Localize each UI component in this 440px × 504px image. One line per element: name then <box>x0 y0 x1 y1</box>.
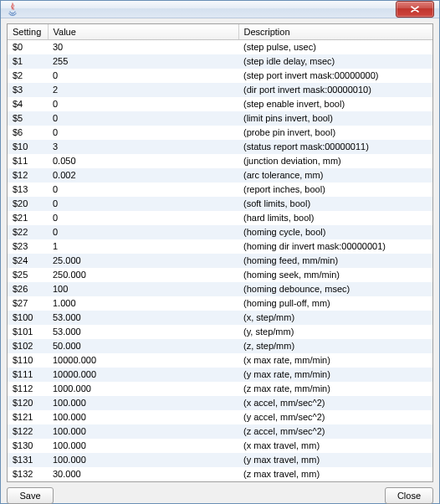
cell-setting[interactable]: $2 <box>8 69 48 83</box>
table-row[interactable]: $10153.000(y, step/mm) <box>8 325 432 339</box>
table-row[interactable]: $122100.000(z accel, mm/sec^2) <box>8 424 432 439</box>
cell-setting[interactable]: $100 <box>8 311 48 325</box>
cell-value[interactable]: 1 <box>48 239 238 254</box>
cell-setting[interactable]: $0 <box>8 40 48 54</box>
cell-description[interactable]: (homing cycle, bool) <box>238 225 432 239</box>
cell-description[interactable]: (step pulse, usec) <box>238 40 432 54</box>
cell-description[interactable]: (junction deviation, mm) <box>238 154 432 168</box>
cell-value[interactable]: 0.002 <box>48 168 238 183</box>
cell-value[interactable]: 2 <box>48 83 238 97</box>
cell-value[interactable]: 0 <box>48 126 238 140</box>
cell-description[interactable]: (step idle delay, msec) <box>238 54 432 69</box>
cell-description[interactable]: (z accel, mm/sec^2) <box>238 424 432 439</box>
table-row[interactable]: $13230.000(z max travel, mm) <box>8 467 432 481</box>
table-row[interactable]: $11010000.000(x max rate, mm/min) <box>8 353 432 368</box>
table-row[interactable]: $131100.000(y max travel, mm) <box>8 453 432 467</box>
table-row[interactable]: $110.050(junction deviation, mm) <box>8 154 432 168</box>
cell-setting[interactable]: $3 <box>8 83 48 97</box>
table-row[interactable]: $32(dir port invert mask:00000010) <box>8 83 432 97</box>
table-row[interactable]: $10053.000(x, step/mm) <box>8 311 432 325</box>
cell-setting[interactable]: $101 <box>8 325 48 339</box>
cell-setting[interactable]: $26 <box>8 282 48 296</box>
table-row[interactable]: $1255(step idle delay, msec) <box>8 54 432 69</box>
cell-value[interactable]: 53.000 <box>48 311 238 325</box>
cell-description[interactable]: (homing feed, mm/min) <box>238 254 432 268</box>
cell-description[interactable]: (z max rate, mm/min) <box>238 382 432 396</box>
cell-description[interactable]: (hard limits, bool) <box>238 211 432 225</box>
cell-setting[interactable]: $23 <box>8 239 48 254</box>
cell-setting[interactable]: $110 <box>8 353 48 368</box>
close-button[interactable]: Close <box>385 487 433 504</box>
cell-value[interactable]: 3 <box>48 140 238 154</box>
table-row[interactable]: $121100.000(y accel, mm/sec^2) <box>8 410 432 424</box>
cell-description[interactable]: (step port invert mask:00000000) <box>238 69 432 83</box>
table-row[interactable]: $103(status report mask:00000011) <box>8 140 432 154</box>
table-row[interactable]: $10250.000(z, step/mm) <box>8 339 432 353</box>
cell-value[interactable]: 25.000 <box>48 254 238 268</box>
cell-value[interactable]: 0 <box>48 197 238 211</box>
column-header-value[interactable]: Value <box>48 24 238 40</box>
table-row[interactable]: $11110000.000(y max rate, mm/min) <box>8 368 432 382</box>
cell-value[interactable]: 100.000 <box>48 439 238 453</box>
cell-description[interactable]: (x, step/mm) <box>238 311 432 325</box>
cell-setting[interactable]: $21 <box>8 211 48 225</box>
table-row[interactable]: $50(limit pins invert, bool) <box>8 111 432 126</box>
cell-value[interactable]: 30.000 <box>48 467 238 481</box>
cell-setting[interactable]: $111 <box>8 368 48 382</box>
cell-value[interactable]: 0 <box>48 225 238 239</box>
cell-setting[interactable]: $10 <box>8 140 48 154</box>
cell-description[interactable]: (status report mask:00000011) <box>238 140 432 154</box>
cell-description[interactable]: (probe pin invert, bool) <box>238 126 432 140</box>
cell-setting[interactable]: $22 <box>8 225 48 239</box>
cell-setting[interactable]: $1 <box>8 54 48 69</box>
table-row[interactable]: $40(step enable invert, bool) <box>8 97 432 111</box>
cell-value[interactable]: 100.000 <box>48 410 238 424</box>
cell-setting[interactable]: $6 <box>8 126 48 140</box>
save-button[interactable]: Save <box>7 487 54 504</box>
column-header-description[interactable]: Description <box>238 24 432 40</box>
cell-description[interactable]: (step enable invert, bool) <box>238 97 432 111</box>
cell-value[interactable]: 10000.000 <box>48 353 238 368</box>
cell-description[interactable]: (arc tolerance, mm) <box>238 168 432 183</box>
cell-value[interactable]: 1000.000 <box>48 382 238 396</box>
cell-description[interactable]: (y max travel, mm) <box>238 453 432 467</box>
cell-value[interactable]: 250.000 <box>48 268 238 282</box>
cell-value[interactable]: 30 <box>48 40 238 54</box>
cell-description[interactable]: (homing dir invert mask:00000001) <box>238 239 432 254</box>
cell-description[interactable]: (z max travel, mm) <box>238 467 432 481</box>
cell-value[interactable]: 50.000 <box>48 339 238 353</box>
table-row[interactable]: $1121000.000(z max rate, mm/min) <box>8 382 432 396</box>
titlebar[interactable] <box>1 1 439 18</box>
table-row[interactable]: $030(step pulse, usec) <box>8 40 432 54</box>
table-row[interactable]: $200(soft limits, bool) <box>8 197 432 211</box>
table-row[interactable]: $120100.000(x accel, mm/sec^2) <box>8 396 432 410</box>
cell-description[interactable]: (z, step/mm) <box>238 339 432 353</box>
cell-value[interactable]: 0 <box>48 111 238 126</box>
cell-setting[interactable]: $12 <box>8 168 48 183</box>
table-row[interactable]: $20(step port invert mask:00000000) <box>8 69 432 83</box>
cell-value[interactable]: 0 <box>48 211 238 225</box>
table-row[interactable]: $210(hard limits, bool) <box>8 211 432 225</box>
cell-description[interactable]: (x max rate, mm/min) <box>238 353 432 368</box>
cell-value[interactable]: 1.000 <box>48 296 238 311</box>
cell-setting[interactable]: $121 <box>8 410 48 424</box>
cell-value[interactable]: 0 <box>48 69 238 83</box>
cell-description[interactable]: (homing debounce, msec) <box>238 282 432 296</box>
cell-value[interactable]: 255 <box>48 54 238 69</box>
cell-value[interactable]: 100.000 <box>48 424 238 439</box>
cell-value[interactable]: 0 <box>48 97 238 111</box>
table-row[interactable]: $60(probe pin invert, bool) <box>8 126 432 140</box>
cell-setting[interactable]: $11 <box>8 154 48 168</box>
cell-description[interactable]: (x accel, mm/sec^2) <box>238 396 432 410</box>
table-row[interactable]: $220(homing cycle, bool) <box>8 225 432 239</box>
cell-value[interactable]: 53.000 <box>48 325 238 339</box>
cell-setting[interactable]: $120 <box>8 396 48 410</box>
table-row[interactable]: $25250.000(homing seek, mm/min) <box>8 268 432 282</box>
window-close-button[interactable] <box>396 1 434 18</box>
cell-setting[interactable]: $112 <box>8 382 48 396</box>
cell-value[interactable]: 10000.000 <box>48 368 238 382</box>
cell-setting[interactable]: $25 <box>8 268 48 282</box>
cell-value[interactable]: 100 <box>48 282 238 296</box>
cell-setting[interactable]: $13 <box>8 183 48 197</box>
cell-setting[interactable]: $131 <box>8 453 48 467</box>
